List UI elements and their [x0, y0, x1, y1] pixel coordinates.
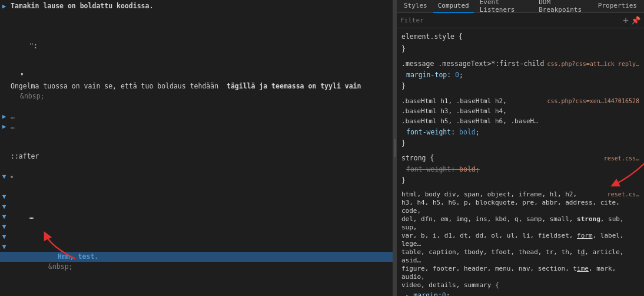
expand-icon[interactable]: ▼	[0, 222, 8, 232]
expand-icon[interactable]: ▼	[0, 242, 8, 252]
code-content: ::after	[11, 152, 390, 162]
expand-icon[interactable]: ▼	[0, 202, 8, 212]
css-source-link[interactable]: css.php?css=xen…1447016528	[547, 96, 639, 106]
code-line: ":	[0, 41, 393, 51]
css-selector: .message .messageText>*:first-child	[401, 59, 544, 69]
code-content: &nbsp;	[11, 262, 390, 272]
css-property-line: margin-top: 0;	[397, 70, 644, 80]
code-content	[11, 61, 390, 71]
code-line: ▶Tamakin lause on boldattu koodissa.	[0, 1, 393, 11]
code-content	[11, 21, 390, 31]
code-line	[0, 21, 393, 31]
code-line: Ongelma tuossa on vain se, että tuo bold…	[0, 81, 393, 91]
css-property-strikethrough: font-weight: bold;	[397, 165, 644, 175]
code-line	[0, 162, 393, 172]
filter-input[interactable]	[400, 17, 623, 24]
expand-icon[interactable]: ▶	[0, 1, 8, 11]
code-content: …	[11, 111, 390, 121]
code-content: "	[11, 71, 390, 81]
code-line: ▼	[0, 192, 393, 202]
css-close-brace: }	[401, 45, 406, 53]
code-line: "	[0, 71, 393, 81]
tab-styles[interactable]: Styles	[399, 0, 432, 13]
tab-properties[interactable]: Properties	[593, 0, 642, 13]
code-line	[0, 101, 393, 111]
code-line: ▼…	[0, 212, 393, 222]
tab-event-listeners[interactable]: Event Listeners	[475, 0, 533, 13]
css-rule-basehtml-headers: .baseHtml h1, .baseHtml h2,.baseHtml h3,…	[397, 95, 644, 150]
code-content: ":	[11, 41, 390, 51]
filter-icons: + 📌	[623, 15, 640, 26]
tab-computed[interactable]: Computed	[433, 0, 474, 13]
code-line: ▼	[0, 172, 393, 182]
code-line: ▼	[0, 232, 393, 242]
code-line	[0, 31, 393, 41]
css-selector: element.style {	[401, 32, 463, 41]
code-content	[11, 172, 390, 182]
code-content: &nbsp;	[11, 91, 390, 101]
css-source-link[interactable]: reset.css…	[604, 153, 639, 163]
expand-icon[interactable]: ▼	[0, 212, 8, 222]
expand-icon[interactable]: ▼	[0, 232, 8, 242]
css-selector: strong {	[401, 153, 434, 163]
code-content	[11, 11, 390, 21]
code-content: …	[11, 212, 390, 222]
css-rule-message-text: .message .messageText>*:first-child css.…	[397, 58, 644, 93]
code-line: ▼	[0, 242, 393, 252]
pin-icon[interactable]: 📌	[631, 16, 640, 25]
code-line	[0, 61, 393, 71]
filter-bar: + 📌	[397, 13, 644, 28]
code-line: ::after	[0, 152, 393, 162]
code-content: Tamakin lause on boldattu koodissa.	[11, 1, 390, 11]
styles-panel: Styles Computed Event Listeners DOM Brea…	[397, 0, 644, 296]
code-content: Ongelma tuossa on vain se, että tuo bold…	[11, 81, 390, 91]
expand-icon[interactable]: ▼	[0, 192, 8, 202]
expand-icon[interactable]: ▶	[0, 121, 8, 131]
code-line: ▼	[0, 222, 393, 232]
tab-dom-breakpoints[interactable]: DOM Breakpoints	[534, 0, 592, 13]
code-content: Hmm, test.	[11, 252, 390, 262]
code-line: &nbsp;	[0, 91, 393, 101]
code-content	[11, 51, 390, 61]
css-rule-strong: strong { reset.css… font-weight: bold; }	[397, 152, 644, 187]
code-line: ▶…	[0, 111, 393, 121]
code-line	[0, 292, 393, 296]
styles-content: element.style { } .message .messageText>…	[397, 28, 644, 296]
css-source-link[interactable]: css.php?css=att…ick reply…	[547, 59, 639, 69]
code-line	[0, 182, 393, 192]
expand-icon[interactable]: ▶	[0, 111, 8, 121]
code-line	[0, 142, 393, 152]
code-line: &nbsp;	[0, 262, 393, 272]
code-line	[0, 51, 393, 61]
css-rule-element-style: element.style { }	[397, 31, 644, 55]
code-line: ▼	[0, 202, 393, 212]
code-line	[0, 272, 393, 282]
css-source-link-long[interactable]: reset.cs…	[608, 190, 639, 199]
code-line	[0, 11, 393, 21]
expand-icon[interactable]: ▼	[0, 172, 8, 182]
html-source-panel[interactable]: ▶Tamakin lause on boldattu koodissa. ": …	[0, 0, 393, 296]
css-selector-long: html, body div, span, object, iframe, h1…	[401, 190, 639, 290]
code-line[interactable]: Hmm, test.	[0, 252, 393, 262]
css-property-line: font-weight: bold;	[397, 127, 644, 137]
code-content: …	[11, 121, 390, 131]
css-prop-margin: ▶ margin:0;	[397, 291, 644, 296]
plus-icon[interactable]: +	[623, 15, 629, 26]
code-line	[0, 282, 393, 292]
code-line	[0, 131, 393, 142]
css-rule-reset-long: html, body div, span, object, iframe, h1…	[397, 189, 644, 296]
css-selector: .baseHtml h1, .baseHtml h2,.baseHtml h3,…	[401, 96, 543, 126]
code-line: ▶…	[0, 121, 393, 131]
devtools-tabs: Styles Computed Event Listeners DOM Brea…	[397, 0, 644, 13]
